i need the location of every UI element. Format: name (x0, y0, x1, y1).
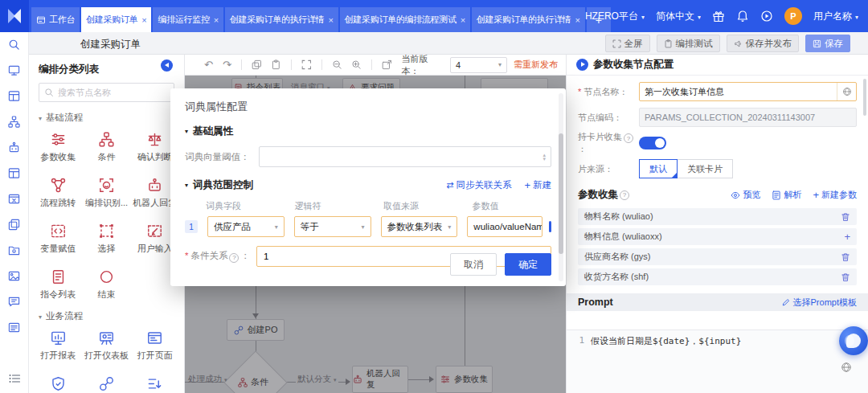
palette-item-flow-jump[interactable]: 流程跳转 (34, 173, 82, 209)
help-icon[interactable]: ? (229, 253, 239, 263)
node-search-box[interactable] (39, 83, 174, 102)
section-range-control[interactable]: 词典范围控制 (185, 178, 253, 192)
source-select[interactable]: 参数收集列表 (381, 216, 458, 237)
help-icon[interactable]: ? (620, 190, 629, 200)
palette-item-flow-list[interactable] (131, 371, 179, 391)
field-select[interactable]: 供应产品 (207, 216, 285, 237)
fullscreen-button[interactable]: 全屏 (605, 35, 650, 52)
assistant-button[interactable] (839, 326, 868, 355)
chat-icon[interactable] (8, 296, 20, 308)
node-name-field[interactable] (639, 82, 857, 101)
version-select[interactable]: 4 (450, 57, 507, 73)
delete-param-icon[interactable] (841, 252, 850, 262)
language-menu[interactable]: 简体中文 (656, 10, 701, 23)
copy-icon[interactable] (252, 59, 262, 70)
right-panel-scrollbar[interactable] (863, 79, 866, 116)
param-row[interactable]: 物料名称 (wuliao) (578, 208, 857, 225)
redo-icon[interactable]: ↷ (223, 59, 231, 70)
palette-item-open-report[interactable]: 打开报表 (34, 325, 82, 362)
palette-item-link[interactable] (82, 371, 130, 391)
image-icon[interactable] (8, 270, 20, 282)
modal-scrollbar[interactable] (559, 93, 563, 281)
param-row[interactable]: 供应商名称 (gys) (578, 248, 857, 265)
robot-icon[interactable] (8, 141, 20, 154)
new-param-link[interactable]: 新建参数 (813, 189, 857, 201)
tab-execution-detail-1[interactable]: 创建采购订单的执行详情 (225, 7, 338, 32)
threshold-input[interactable] (264, 152, 539, 162)
zoom-out-icon[interactable] (332, 59, 342, 70)
layers-icon[interactable] (8, 219, 20, 231)
palette-item-instruction-list[interactable]: 指令列表 (34, 264, 82, 301)
close-tab-icon[interactable] (324, 15, 333, 25)
param-row[interactable]: 物料信息 (wuliaoxx) (578, 228, 857, 245)
palette-item-shield[interactable] (34, 371, 82, 391)
confirm-button[interactable]: 确定 (505, 253, 551, 276)
palette-item-open-page[interactable]: 打开页面 (131, 325, 179, 362)
palette-item-select[interactable]: 选择 (82, 219, 130, 255)
globe-icon[interactable] (841, 362, 852, 373)
help-icon[interactable]: ? (624, 133, 633, 143)
username-menu[interactable]: 用户名称 (813, 10, 858, 23)
palette-item-end[interactable]: 结束 (82, 264, 130, 301)
search-icon[interactable] (8, 39, 20, 51)
menu-icon[interactable] (8, 372, 21, 385)
save-and-publish-button[interactable]: 保存并发布 (727, 35, 800, 52)
number-stepper-icon[interactable]: ▴▾ (542, 153, 546, 161)
zoom-in-icon[interactable] (351, 59, 362, 70)
group-business-flow[interactable]: 业务流程 (39, 310, 174, 322)
undo-icon[interactable]: ↶ (204, 59, 213, 70)
monitor-icon[interactable] (8, 64, 20, 76)
new-row-link[interactable]: 新建 (524, 179, 551, 191)
globe-icon[interactable] (837, 82, 856, 101)
palette-item-open-dashboard[interactable]: 打开仪表板 (82, 325, 130, 362)
card-collect-toggle[interactable] (639, 137, 666, 149)
avatar[interactable]: P (784, 7, 802, 25)
table-icon[interactable] (8, 167, 20, 179)
tab-orchestration-monitor[interactable]: 编排运行监控 (153, 7, 223, 32)
row-drag-handle-icon[interactable] (549, 221, 551, 232)
orchestration-test-button[interactable]: 编排测试 (657, 35, 720, 52)
app-logo[interactable] (0, 0, 29, 32)
card-icon[interactable] (8, 321, 20, 334)
palette-item-recognition[interactable]: 编排识别... (82, 173, 130, 209)
card-source-linked-tab[interactable]: 关联卡片 (677, 159, 733, 178)
close-tab-icon[interactable] (457, 15, 465, 25)
modal-scrollbar-thumb[interactable] (559, 133, 563, 254)
close-tab-icon[interactable] (571, 15, 580, 25)
card-source-default-tab[interactable]: 默认 (639, 159, 678, 178)
parse-link[interactable]: 解析 (772, 189, 801, 201)
close-tab-icon[interactable] (210, 15, 219, 25)
node-name-input[interactable] (645, 87, 837, 96)
open-new-window-icon[interactable] (382, 59, 392, 70)
param-row[interactable]: 收货方名称 (shf) (578, 268, 857, 285)
tab-create-purchase-order[interactable]: 创建采购订单 (81, 7, 151, 32)
bell-icon[interactable] (736, 10, 749, 23)
tab-flow-test[interactable]: 创建采购订单的编排流程测试 (340, 7, 470, 32)
delete-param-icon[interactable] (841, 212, 850, 222)
node-search-input[interactable] (58, 88, 169, 97)
collapse-left-panel-icon[interactable] (161, 59, 173, 72)
palette-item-param-collect[interactable]: 参数收集 (34, 127, 82, 163)
paste-icon[interactable] (271, 59, 281, 70)
value-select[interactable]: wuliao/valueName (467, 216, 542, 237)
sync-relation-link[interactable]: ⇄ 同步关联关系 (446, 179, 511, 191)
gift-icon[interactable] (712, 10, 725, 23)
prompt-editor[interactable]: 1 假设当前日期是${date}，${input} (567, 330, 868, 393)
add-param-icon[interactable] (844, 231, 850, 243)
select-prompt-template-link[interactable]: 选择Prompt模板 (781, 297, 857, 309)
group-basic-flow[interactable]: 基础流程 (39, 112, 174, 124)
tab-execution-detail-2[interactable]: 创建采购订单的执行详情 (472, 7, 585, 32)
collapse-right-panel-icon[interactable] (576, 59, 588, 71)
platform-menu[interactable]: HZERO平台 (585, 10, 645, 23)
palette-item-condition[interactable]: 条件 (82, 127, 130, 163)
table-icon[interactable] (8, 90, 20, 102)
cancel-button[interactable]: 取消 (450, 253, 497, 276)
fit-view-icon[interactable] (301, 59, 312, 70)
browser-icon[interactable] (8, 193, 20, 205)
play-circle-icon[interactable] (760, 10, 773, 23)
folder-icon[interactable] (8, 244, 20, 256)
close-tab-icon[interactable] (137, 15, 146, 25)
save-button[interactable]: 保存 (805, 35, 850, 52)
delete-param-icon[interactable] (841, 272, 850, 282)
tab-workbench[interactable]: 工作台 (31, 7, 80, 32)
